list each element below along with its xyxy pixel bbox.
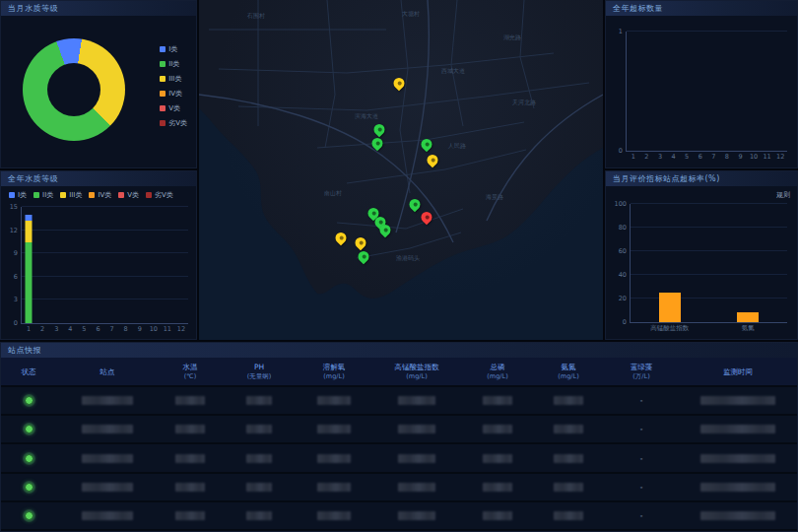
col-header-temp: 水温(℃) xyxy=(159,363,222,380)
station-map[interactable]: 石围村大塘村湖光路西城大道天河北路滨海大道人民路南山村海景路渔港码头 xyxy=(199,0,603,340)
legend-label: IV类 xyxy=(168,90,182,98)
map-pin-yellow[interactable] xyxy=(428,155,438,166)
y-tick-label: 9 xyxy=(14,249,18,257)
legend-item-class-1[interactable]: I类 xyxy=(160,45,187,53)
redacted-value xyxy=(246,511,272,520)
cell-nh3n xyxy=(533,387,604,414)
map-pin-green[interactable] xyxy=(372,138,383,149)
legend-item-class-5[interactable]: V类 xyxy=(160,104,187,112)
x-tick-label: 9 xyxy=(138,326,142,333)
cell-status xyxy=(1,387,56,414)
cell-station xyxy=(56,502,159,529)
legend-label: 劣V类 xyxy=(168,119,187,127)
table-row[interactable]: - xyxy=(1,474,797,502)
status-dot xyxy=(25,396,33,405)
map-pin-green[interactable] xyxy=(359,251,369,262)
x-tick-label: 11 xyxy=(763,154,770,161)
year-exceed-plot: 01123456789101112 xyxy=(626,32,787,152)
redacted-value xyxy=(398,396,435,405)
legend-label: V类 xyxy=(127,191,139,199)
panel-header-year-grade: 全年水质等级 xyxy=(1,171,196,186)
map-label-6: 人民路 xyxy=(448,142,466,151)
cell-station xyxy=(56,387,159,414)
map-pin-green[interactable] xyxy=(422,139,432,150)
map-pin-green[interactable] xyxy=(410,199,421,210)
map-pin-yellow[interactable] xyxy=(394,78,405,89)
legend-swatch xyxy=(160,61,166,67)
col-header-unit: (mg/L) xyxy=(462,372,533,380)
col-header-label: 氨氮 xyxy=(533,363,604,371)
map-label-7: 南山村 xyxy=(324,189,342,198)
gridline xyxy=(22,276,188,277)
cell-nh3n xyxy=(533,502,604,529)
table-row[interactable]: - xyxy=(1,502,797,531)
map-pin-yellow[interactable] xyxy=(336,233,347,243)
legend-item-class-4[interactable]: IV类 xyxy=(89,191,111,199)
cell-station xyxy=(56,416,159,442)
pin-icon xyxy=(369,136,385,152)
legend-item-class-3[interactable]: III类 xyxy=(60,191,82,199)
col-header-station: 站点 xyxy=(56,367,159,376)
legend-item-class-5[interactable]: V类 xyxy=(118,191,139,199)
map-basemap xyxy=(199,0,603,340)
col-header-algae: 蓝绿藻(万/L) xyxy=(604,363,679,380)
map-pin-yellow[interactable] xyxy=(356,237,366,248)
cell-temp xyxy=(159,474,222,500)
x-tick-label: 6 xyxy=(96,326,100,333)
x-tick-label: 3 xyxy=(658,154,662,161)
legend-item-class-3[interactable]: III类 xyxy=(160,75,187,83)
map-label-0: 石围村 xyxy=(247,12,265,21)
redacted-value xyxy=(483,396,512,405)
cell-temp xyxy=(159,387,222,414)
redacted-value xyxy=(554,511,583,520)
pin-icon xyxy=(371,122,387,138)
redacted-value xyxy=(175,483,205,492)
cell-time xyxy=(679,416,797,442)
x-tick-label: 9 xyxy=(738,154,742,161)
map-pin-green[interactable] xyxy=(374,124,385,135)
cell-temp xyxy=(159,502,222,529)
pin-icon xyxy=(419,137,434,153)
month-rate-chart: 020406080100高锰酸盐指数氨氮 xyxy=(606,186,797,339)
col-header-unit: (无量纲) xyxy=(222,372,297,380)
map-pin-red[interactable] xyxy=(422,212,432,223)
panel-month-rate: 当月评价指标站点超标率(%) 规则 020406080100高锰酸盐指数氨氮 xyxy=(605,170,798,340)
y-tick-label: 40 xyxy=(619,271,627,279)
legend-label: I类 xyxy=(18,191,27,199)
redacted-value xyxy=(317,511,351,520)
cell-tp xyxy=(462,387,533,414)
redacted-value xyxy=(246,454,272,463)
legend-item-class-6[interactable]: 劣V类 xyxy=(160,119,187,127)
table-row[interactable]: - xyxy=(1,444,797,473)
redacted-value xyxy=(700,483,775,492)
map-pin-green[interactable] xyxy=(380,225,391,235)
legend-item-class-1[interactable]: I类 xyxy=(9,191,27,199)
legend-item-class-2[interactable]: II类 xyxy=(33,191,53,199)
y-tick-label: 0 xyxy=(619,147,623,155)
cell-tp xyxy=(462,474,533,500)
cell-algae: - xyxy=(604,387,679,414)
cell-algae: - xyxy=(604,416,679,442)
legend-swatch xyxy=(146,192,152,198)
legend-item-class-4[interactable]: IV类 xyxy=(160,90,187,98)
redacted-value xyxy=(175,454,205,463)
x-tick-label: 10 xyxy=(750,154,758,161)
pin-icon xyxy=(333,231,349,246)
bar-segment-0 xyxy=(26,242,33,323)
cell-status xyxy=(1,502,56,529)
cell-ph xyxy=(222,502,297,529)
col-header-label: 站点 xyxy=(56,367,159,376)
y-tick-label: 1 xyxy=(619,28,623,35)
redacted-value xyxy=(82,425,133,433)
cell-time xyxy=(679,474,797,500)
y-tick-label: 12 xyxy=(10,227,18,234)
table-row[interactable]: - xyxy=(1,387,797,416)
table-row[interactable]: - xyxy=(1,416,797,444)
legend-item-class-2[interactable]: II类 xyxy=(160,60,187,68)
legend-item-class-6[interactable]: 劣V类 xyxy=(146,191,173,199)
legend-label: IV类 xyxy=(98,191,111,199)
x-tick-label: 8 xyxy=(124,326,128,333)
cell-ph xyxy=(222,444,297,471)
status-dot xyxy=(25,425,33,433)
col-header-unit: (万/L) xyxy=(604,372,679,380)
